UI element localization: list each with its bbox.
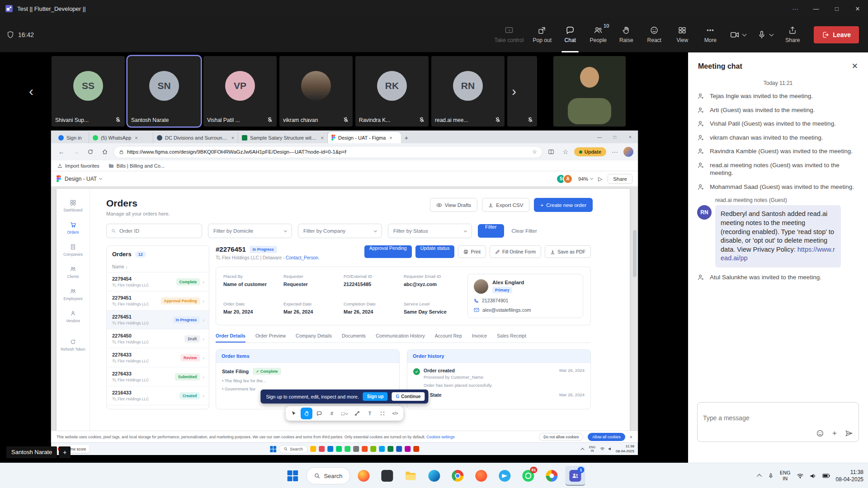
primary-contact-card: Alex Englard Primary — [467, 274, 583, 318]
chat-button[interactable]: Chat — [556, 17, 584, 52]
strip-next-icon[interactable]: › — [508, 84, 520, 99]
shared-screen[interactable]: Sign in (5) WhatsApp × DC Divisions and … — [51, 131, 638, 455]
people-icon: 10 — [594, 26, 603, 35]
participant-tile-shivani[interactable]: SS Shivani Sup... — [52, 56, 125, 127]
battery-icon[interactable] — [822, 474, 830, 478]
participant-name: read.ai mee... — [435, 117, 468, 123]
item-status-badge: ✓ Complete — [253, 368, 281, 375]
chat-message-list[interactable]: Today 11:21 Tejas Ingle was invited to t… — [688, 75, 868, 399]
browser-tab-whatsapp: (5) WhatsApp × — [89, 132, 153, 143]
figma-present-icon: ▷ — [598, 176, 602, 182]
chevron-right-icon: › — [203, 317, 204, 323]
file-explorer-icon[interactable] — [401, 466, 421, 486]
volume-icon[interactable] — [810, 473, 816, 479]
favorites-bar: Import favorites Bills | Billing and Co.… — [51, 160, 638, 171]
react-button[interactable]: React — [640, 17, 668, 52]
chrome-icon[interactable] — [448, 466, 468, 486]
chevron-down-icon — [99, 177, 102, 180]
person-add-icon — [697, 134, 704, 142]
tray-mic-icon[interactable] — [768, 473, 774, 479]
connector-tool-icon — [351, 408, 363, 419]
google-app-icon[interactable] — [542, 466, 562, 486]
start-button[interactable] — [283, 466, 302, 486]
participant-tile-photo[interactable] — [553, 56, 626, 127]
windows-start-icon — [270, 446, 276, 452]
tab-close-icon: × — [389, 135, 392, 141]
window-minimize-button[interactable]: — — [806, 0, 826, 17]
participant-tile-vishal[interactable]: VP Vishal Patil ... — [203, 56, 277, 127]
shared-app-icon — [396, 446, 402, 452]
approval-pending-button: Approval Pending — [364, 245, 412, 258]
language-indicator[interactable]: ENG IN — [780, 470, 791, 481]
figma-collaborator-avatars: S A — [556, 174, 573, 184]
strip-prev-icon[interactable]: ‹ — [25, 84, 37, 99]
participant-tile-ravindra[interactable]: RK Ravindra K... — [355, 56, 429, 127]
mic-control[interactable] — [751, 30, 778, 40]
people-button[interactable]: 10 People — [584, 17, 612, 52]
figma-zoom-control: 94% — [578, 176, 593, 182]
edge-icon[interactable] — [425, 466, 444, 486]
emoji-icon[interactable] — [816, 429, 824, 437]
teams-badge: 1 — [578, 467, 585, 473]
chat-input[interactable] — [703, 407, 853, 429]
share-button[interactable]: Share — [778, 17, 807, 52]
chat-close-icon[interactable]: ✕ — [852, 61, 858, 71]
view-button[interactable]: View — [668, 17, 696, 52]
participant-tile-santosh[interactable]: SN Santosh Narate — [127, 56, 201, 127]
telegram-icon[interactable] — [495, 466, 515, 486]
chevron-right-icon: › — [203, 336, 204, 342]
raise-hand-button[interactable]: Raise — [612, 17, 640, 52]
sidebar-item-clients: Clients — [58, 263, 88, 283]
url-text: https://www.figma.com/design/9BKQ0FOHRWa… — [127, 149, 529, 155]
camera-chevron-icon[interactable] — [742, 32, 747, 36]
shared-search-box: Search — [279, 445, 307, 453]
shared-app-icon — [319, 446, 325, 452]
more-button[interactable]: More — [696, 17, 724, 52]
shared-app-icon — [370, 446, 376, 452]
sidebar-item-dashboard: Dashboard — [58, 196, 88, 216]
figma-toolbar: Design - UAT S A 94% — [51, 171, 638, 187]
figma-canvas: Dashboard Orders Companies — [51, 187, 638, 442]
brave-icon[interactable] — [472, 466, 491, 486]
person-add-icon — [697, 120, 704, 128]
window-maximize-button[interactable]: □ — [826, 0, 847, 17]
whatsapp-icon[interactable]: 81 — [519, 466, 538, 486]
mic-chevron-icon[interactable] — [769, 32, 774, 36]
tab-close-icon: × — [321, 135, 324, 141]
leave-button[interactable]: Leave — [814, 26, 859, 43]
figma-tools-bar: # □ T </> — [286, 406, 403, 421]
tray-expand-icon[interactable] — [757, 474, 762, 479]
meeting-timer: 16:42 — [6, 31, 34, 39]
participant-tile-readai[interactable]: RN read.ai mee... — [431, 56, 505, 127]
order-row: 2276450TL Flex Holdings LLC Draft › — [107, 329, 209, 348]
taskbar-search-box[interactable]: Search — [306, 467, 350, 484]
mic-icon — [757, 30, 767, 40]
window-close-button[interactable]: ✕ — [847, 0, 868, 17]
pin-add-icon[interactable]: + — [59, 446, 71, 458]
figma-signup-button: Sign up — [363, 392, 388, 401]
mic-off-icon — [343, 117, 349, 123]
participant-tile-vikram[interactable]: vikram chavan — [279, 56, 353, 127]
camera-control[interactable] — [724, 30, 751, 40]
taskbar-clock[interactable]: 11:38 08-04-2025 — [836, 469, 863, 483]
chevron-down-icon — [284, 229, 287, 232]
figma-signup-toast: Sign up to comment, edit, inspect and mo… — [260, 389, 428, 404]
sidebar-item-employees: Employees — [58, 285, 88, 305]
teams-taskbar-icon[interactable]: 1 — [566, 466, 585, 486]
titlebar-more-icon[interactable]: ··· — [785, 0, 806, 17]
participant-name: Ravindra K... — [359, 117, 390, 123]
terminal-app-icon[interactable] — [377, 466, 397, 486]
check-circle-icon — [413, 368, 420, 375]
status-badge: In Progress — [173, 316, 200, 324]
order-number: #2276451 — [216, 245, 246, 253]
wifi-icon[interactable] — [797, 473, 804, 479]
split-screen-icon — [545, 146, 557, 158]
shield-icon — [6, 31, 14, 39]
firefox-icon[interactable] — [354, 466, 374, 486]
attach-plus-icon[interactable]: + — [832, 429, 837, 438]
pop-out-button[interactable]: Pop out — [528, 17, 556, 52]
shape-tool-icon: □ — [339, 408, 350, 419]
meeting-toolbar: 16:42 Take control Pop out Chat 10 — [0, 17, 868, 52]
send-icon[interactable] — [845, 429, 853, 437]
chat-compose-box[interactable]: + — [697, 402, 859, 442]
